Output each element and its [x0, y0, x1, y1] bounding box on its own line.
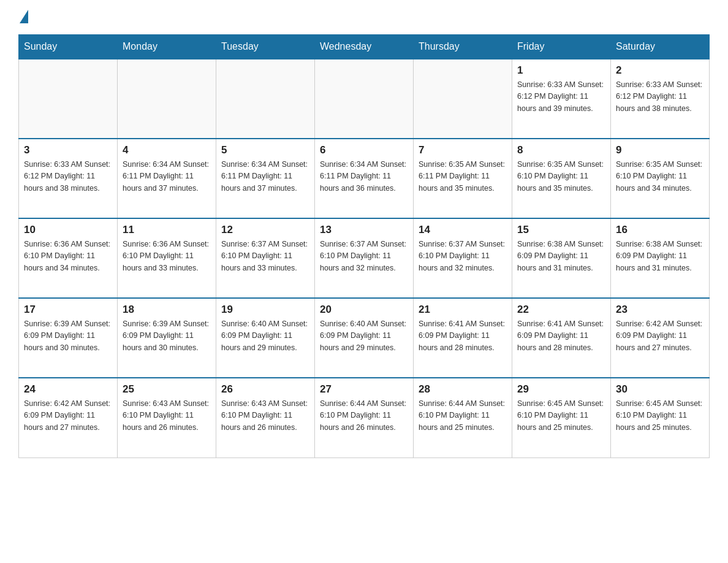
- day-info: Sunrise: 6:35 AM Sunset: 6:11 PM Dayligh…: [419, 159, 507, 194]
- calendar-cell: 20Sunrise: 6:40 AM Sunset: 6:09 PM Dayli…: [315, 298, 414, 378]
- day-info: Sunrise: 6:40 AM Sunset: 6:09 PM Dayligh…: [320, 318, 408, 354]
- calendar-cell: 14Sunrise: 6:37 AM Sunset: 6:10 PM Dayli…: [414, 218, 512, 298]
- day-info: Sunrise: 6:43 AM Sunset: 6:10 PM Dayligh…: [221, 398, 309, 434]
- day-info: Sunrise: 6:38 AM Sunset: 6:09 PM Dayligh…: [517, 239, 605, 274]
- day-info: Sunrise: 6:36 AM Sunset: 6:10 PM Dayligh…: [24, 239, 112, 274]
- day-number: 19: [221, 304, 309, 316]
- week-row-2: 3Sunrise: 6:33 AM Sunset: 6:12 PM Daylig…: [19, 139, 710, 218]
- day-header-friday: Friday: [512, 35, 611, 59]
- calendar-cell: 22Sunrise: 6:41 AM Sunset: 6:09 PM Dayli…: [512, 298, 611, 378]
- day-number: 3: [24, 144, 112, 156]
- day-number: 26: [221, 383, 309, 396]
- day-info: Sunrise: 6:39 AM Sunset: 6:09 PM Dayligh…: [123, 318, 211, 354]
- day-info: Sunrise: 6:33 AM Sunset: 6:12 PM Dayligh…: [616, 79, 704, 115]
- day-number: 18: [123, 304, 211, 316]
- day-number: 30: [616, 383, 704, 396]
- day-number: 15: [517, 224, 605, 236]
- calendar-cell: 19Sunrise: 6:40 AM Sunset: 6:09 PM Dayli…: [216, 298, 315, 378]
- day-info: Sunrise: 6:33 AM Sunset: 6:12 PM Dayligh…: [24, 159, 112, 194]
- day-info: Sunrise: 6:39 AM Sunset: 6:09 PM Dayligh…: [24, 318, 112, 354]
- day-info: Sunrise: 6:45 AM Sunset: 6:10 PM Dayligh…: [517, 398, 605, 434]
- day-number: 6: [320, 144, 408, 156]
- day-number: 25: [123, 383, 211, 396]
- calendar-cell: 18Sunrise: 6:39 AM Sunset: 6:09 PM Dayli…: [118, 298, 216, 378]
- day-number: 27: [320, 383, 408, 396]
- day-info: Sunrise: 6:37 AM Sunset: 6:10 PM Dayligh…: [419, 239, 507, 274]
- day-number: 2: [616, 64, 704, 77]
- day-header-tuesday: Tuesday: [216, 35, 315, 59]
- calendar-cell: [216, 59, 315, 139]
- calendar-cell: 1Sunrise: 6:33 AM Sunset: 6:12 PM Daylig…: [512, 59, 611, 139]
- day-number: 21: [419, 304, 507, 316]
- calendar-cell: 24Sunrise: 6:42 AM Sunset: 6:09 PM Dayli…: [19, 378, 118, 458]
- calendar-cell: 4Sunrise: 6:34 AM Sunset: 6:11 PM Daylig…: [118, 139, 216, 218]
- logo: [18, 12, 28, 23]
- day-header-sunday: Sunday: [19, 35, 118, 59]
- day-info: Sunrise: 6:40 AM Sunset: 6:09 PM Dayligh…: [221, 318, 309, 354]
- day-header-thursday: Thursday: [414, 35, 512, 59]
- day-number: 9: [616, 144, 704, 156]
- calendar-cell: [315, 59, 414, 139]
- calendar-cell: 16Sunrise: 6:38 AM Sunset: 6:09 PM Dayli…: [611, 218, 710, 298]
- day-number: 16: [616, 224, 704, 236]
- day-info: Sunrise: 6:34 AM Sunset: 6:11 PM Dayligh…: [123, 159, 211, 194]
- day-info: Sunrise: 6:41 AM Sunset: 6:09 PM Dayligh…: [517, 318, 605, 354]
- day-number: 22: [517, 304, 605, 316]
- calendar-cell: 8Sunrise: 6:35 AM Sunset: 6:10 PM Daylig…: [512, 139, 611, 218]
- day-info: Sunrise: 6:35 AM Sunset: 6:10 PM Dayligh…: [616, 159, 704, 194]
- days-header-row: SundayMondayTuesdayWednesdayThursdayFrid…: [19, 35, 710, 59]
- day-number: 17: [24, 304, 112, 316]
- day-header-monday: Monday: [118, 35, 216, 59]
- calendar-cell: [19, 59, 118, 139]
- calendar-cell: 2Sunrise: 6:33 AM Sunset: 6:12 PM Daylig…: [611, 59, 710, 139]
- day-number: 20: [320, 304, 408, 316]
- week-row-1: 1Sunrise: 6:33 AM Sunset: 6:12 PM Daylig…: [19, 59, 710, 139]
- calendar-cell: 21Sunrise: 6:41 AM Sunset: 6:09 PM Dayli…: [414, 298, 512, 378]
- day-number: 28: [419, 383, 507, 396]
- day-info: Sunrise: 6:45 AM Sunset: 6:10 PM Dayligh…: [616, 398, 704, 434]
- day-info: Sunrise: 6:44 AM Sunset: 6:10 PM Dayligh…: [320, 398, 408, 434]
- day-number: 12: [221, 224, 309, 236]
- day-number: 5: [221, 144, 309, 156]
- logo-triangle-icon: [20, 10, 28, 23]
- calendar-cell: 5Sunrise: 6:34 AM Sunset: 6:11 PM Daylig…: [216, 139, 315, 218]
- day-header-saturday: Saturday: [611, 35, 710, 59]
- week-row-4: 17Sunrise: 6:39 AM Sunset: 6:09 PM Dayli…: [19, 298, 710, 378]
- calendar-cell: 3Sunrise: 6:33 AM Sunset: 6:12 PM Daylig…: [19, 139, 118, 218]
- day-number: 24: [24, 383, 112, 396]
- day-info: Sunrise: 6:34 AM Sunset: 6:11 PM Dayligh…: [221, 159, 309, 194]
- week-row-3: 10Sunrise: 6:36 AM Sunset: 6:10 PM Dayli…: [19, 218, 710, 298]
- week-row-5: 24Sunrise: 6:42 AM Sunset: 6:09 PM Dayli…: [19, 378, 710, 458]
- calendar-cell: 30Sunrise: 6:45 AM Sunset: 6:10 PM Dayli…: [611, 378, 710, 458]
- calendar-cell: 28Sunrise: 6:44 AM Sunset: 6:10 PM Dayli…: [414, 378, 512, 458]
- day-info: Sunrise: 6:42 AM Sunset: 6:09 PM Dayligh…: [24, 398, 112, 434]
- calendar-cell: 12Sunrise: 6:37 AM Sunset: 6:10 PM Dayli…: [216, 218, 315, 298]
- day-number: 29: [517, 383, 605, 396]
- day-info: Sunrise: 6:37 AM Sunset: 6:10 PM Dayligh…: [320, 239, 408, 274]
- calendar-cell: 10Sunrise: 6:36 AM Sunset: 6:10 PM Dayli…: [19, 218, 118, 298]
- day-info: Sunrise: 6:41 AM Sunset: 6:09 PM Dayligh…: [419, 318, 507, 354]
- calendar-cell: 23Sunrise: 6:42 AM Sunset: 6:09 PM Dayli…: [611, 298, 710, 378]
- calendar-table: SundayMondayTuesdayWednesdayThursdayFrid…: [18, 34, 710, 458]
- day-number: 7: [419, 144, 507, 156]
- day-header-wednesday: Wednesday: [315, 35, 414, 59]
- calendar-cell: 9Sunrise: 6:35 AM Sunset: 6:10 PM Daylig…: [611, 139, 710, 218]
- day-info: Sunrise: 6:35 AM Sunset: 6:10 PM Dayligh…: [517, 159, 605, 194]
- calendar-cell: [118, 59, 216, 139]
- calendar-cell: 27Sunrise: 6:44 AM Sunset: 6:10 PM Dayli…: [315, 378, 414, 458]
- day-number: 11: [123, 224, 211, 236]
- day-info: Sunrise: 6:34 AM Sunset: 6:11 PM Dayligh…: [320, 159, 408, 194]
- day-number: 14: [419, 224, 507, 236]
- calendar-cell: [414, 59, 512, 139]
- day-number: 4: [123, 144, 211, 156]
- day-info: Sunrise: 6:43 AM Sunset: 6:10 PM Dayligh…: [123, 398, 211, 434]
- day-number: 23: [616, 304, 704, 316]
- day-number: 8: [517, 144, 605, 156]
- day-number: 1: [517, 64, 605, 77]
- day-info: Sunrise: 6:33 AM Sunset: 6:12 PM Dayligh…: [517, 79, 605, 115]
- calendar-cell: 17Sunrise: 6:39 AM Sunset: 6:09 PM Dayli…: [19, 298, 118, 378]
- calendar-cell: 13Sunrise: 6:37 AM Sunset: 6:10 PM Dayli…: [315, 218, 414, 298]
- day-info: Sunrise: 6:36 AM Sunset: 6:10 PM Dayligh…: [123, 239, 211, 274]
- day-info: Sunrise: 6:37 AM Sunset: 6:10 PM Dayligh…: [221, 239, 309, 274]
- page-header: [18, 12, 710, 23]
